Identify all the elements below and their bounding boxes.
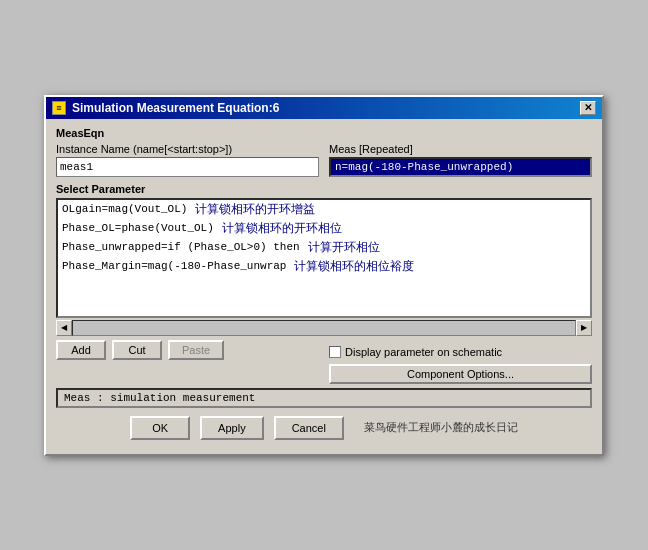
paste-button[interactable]: Paste (168, 340, 224, 360)
meas-repeated-value[interactable]: n=mag(-180-Phase_unwrapped) (329, 157, 592, 177)
list-item[interactable]: Phase_Margin=mag(-180-Phase_unwrap 计算锁相环… (58, 257, 590, 276)
param-comment-3: 计算锁相环的相位裕度 (294, 258, 414, 275)
select-parameter-label: Select Parameter (56, 183, 592, 195)
param-comment-0: 计算锁相环的开环增益 (195, 201, 315, 218)
display-param-checkbox[interactable] (329, 346, 341, 358)
param-code-2: Phase_unwrapped=if (Phase_OL>0) then (62, 241, 300, 253)
status-bar: Meas : simulation measurement (56, 388, 592, 408)
meas-repeated-col: Meas [Repeated] n=mag(-180-Phase_unwrapp… (329, 143, 592, 177)
cancel-button[interactable]: Cancel (274, 416, 344, 440)
dialog-title: Simulation Measurement Equation:6 (72, 101, 279, 115)
list-item[interactable]: Phase_OL=phase(Vout_OL) 计算锁相环的开环相位 (58, 219, 590, 238)
ok-button[interactable]: OK (130, 416, 190, 440)
title-bar-left: ≡ Simulation Measurement Equation:6 (52, 101, 279, 115)
right-controls: Display parameter on schematic Component… (329, 340, 592, 384)
action-btn-row: Add Cut Paste (56, 340, 319, 360)
bottom-button-row: OK Apply Cancel 菜鸟硬件工程师小麓的成长日记 (56, 416, 592, 446)
main-dialog: ≡ Simulation Measurement Equation:6 ✕ Me… (44, 95, 604, 456)
instance-name-label: Instance Name (name[<start:stop>]) (56, 143, 319, 155)
param-list[interactable]: OLgain=mag(Vout_OL) 计算锁相环的开环增益 Phase_OL=… (56, 198, 592, 318)
cut-button[interactable]: Cut (112, 340, 162, 360)
dialog-body: MeasEqn Instance Name (name[<start:stop>… (46, 119, 602, 454)
scroll-right-btn[interactable]: ▶ (576, 320, 592, 336)
param-comment-1: 计算锁相环的开环相位 (222, 220, 342, 237)
close-button[interactable]: ✕ (580, 101, 596, 115)
title-bar: ≡ Simulation Measurement Equation:6 ✕ (46, 97, 602, 119)
display-param-row: Display parameter on schematic (329, 346, 592, 358)
status-text: Meas : simulation measurement (64, 392, 255, 404)
scroll-left-btn[interactable]: ◀ (56, 320, 72, 336)
instance-name-col: Instance Name (name[<start:stop>]) (56, 143, 319, 177)
app-icon: ≡ (52, 101, 66, 115)
param-comment-2: 计算开环相位 (308, 239, 380, 256)
meas-eqn-label: MeasEqn (56, 127, 592, 139)
param-code-0: OLgain=mag(Vout_OL) (62, 203, 187, 215)
middle-section: Add Cut Paste Display parameter on schem… (56, 340, 592, 384)
instance-name-input[interactable] (56, 157, 319, 177)
meas-repeated-label: Meas [Repeated] (329, 143, 592, 155)
horizontal-scrollbar[interactable]: ◀ ▶ (56, 320, 592, 336)
top-row: Instance Name (name[<start:stop>]) Meas … (56, 143, 592, 177)
list-item[interactable]: OLgain=mag(Vout_OL) 计算锁相环的开环增益 (58, 200, 590, 219)
scroll-track[interactable] (72, 320, 576, 336)
add-button[interactable]: Add (56, 340, 106, 360)
watermark-text: 菜鸟硬件工程师小麓的成长日记 (364, 420, 518, 435)
list-item[interactable]: Phase_unwrapped=if (Phase_OL>0) then 计算开… (58, 238, 590, 257)
component-options-button[interactable]: Component Options... (329, 364, 592, 384)
param-code-3: Phase_Margin=mag(-180-Phase_unwrap (62, 260, 286, 272)
apply-button[interactable]: Apply (200, 416, 264, 440)
left-controls: Add Cut Paste (56, 340, 319, 384)
display-param-label: Display parameter on schematic (345, 346, 502, 358)
param-code-1: Phase_OL=phase(Vout_OL) (62, 222, 214, 234)
select-parameter-section: Select Parameter OLgain=mag(Vout_OL) 计算锁… (56, 183, 592, 336)
